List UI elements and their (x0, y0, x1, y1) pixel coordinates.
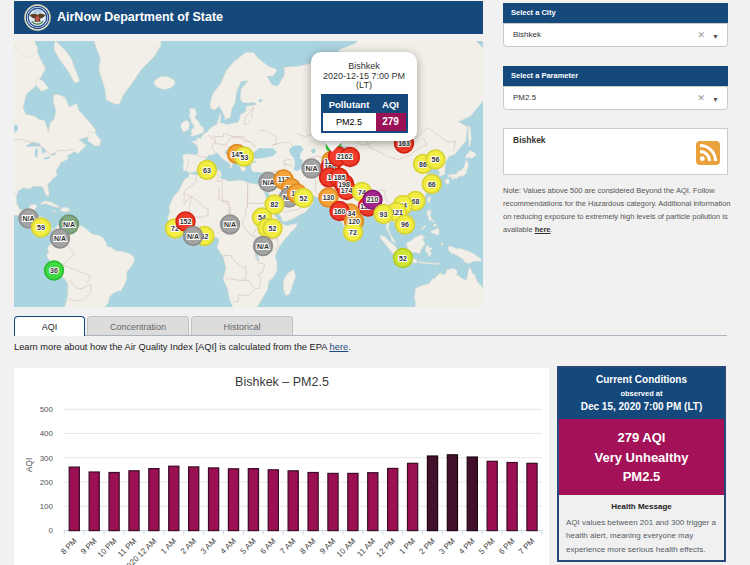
svg-text:N/A: N/A (305, 165, 317, 172)
svg-text:82: 82 (271, 201, 279, 208)
svg-text:8 PM: 8 PM (59, 536, 79, 556)
svg-text:52: 52 (399, 255, 407, 262)
svg-text:8 AM: 8 AM (298, 536, 317, 555)
svg-text:N/A: N/A (63, 221, 75, 228)
svg-text:130: 130 (323, 194, 335, 201)
svg-text:52: 52 (269, 225, 277, 232)
svg-text:152: 152 (180, 218, 192, 225)
svg-text:10 PM: 10 PM (96, 536, 119, 559)
svg-text:3 AM: 3 AM (199, 536, 218, 555)
svg-text:72: 72 (349, 229, 357, 236)
svg-text:11 AM: 11 AM (355, 536, 377, 558)
svg-text:0: 0 (49, 526, 54, 535)
svg-text:36: 36 (50, 267, 58, 274)
svg-text:N/A: N/A (187, 233, 199, 240)
svg-text:Bishkek – PM2.5: Bishkek – PM2.5 (235, 375, 329, 389)
svg-text:100: 100 (40, 502, 54, 511)
svg-text:7 AM: 7 AM (278, 536, 297, 555)
svg-text:6 PM: 6 PM (497, 536, 517, 556)
svg-text:4 PM: 4 PM (457, 536, 477, 556)
svg-text:160: 160 (334, 208, 346, 215)
svg-text:59: 59 (37, 224, 45, 231)
svg-text:163: 163 (398, 140, 410, 147)
svg-text:120: 120 (348, 218, 360, 225)
svg-text:400: 400 (40, 429, 54, 438)
svg-text:6 AM: 6 AM (258, 536, 277, 555)
svg-text:2162: 2162 (337, 153, 353, 160)
svg-text:2 PM: 2 PM (417, 536, 437, 556)
svg-text:300: 300 (40, 454, 54, 463)
svg-text:210: 210 (367, 196, 379, 203)
svg-text:93: 93 (380, 211, 388, 218)
svg-text:AQI: AQI (24, 458, 34, 473)
svg-text:7 PM: 7 PM (517, 536, 537, 556)
svg-text:200: 200 (40, 478, 54, 487)
svg-text:52: 52 (300, 195, 308, 202)
svg-text:N/A: N/A (262, 179, 274, 186)
svg-text:56: 56 (432, 156, 440, 163)
svg-text:1 AM: 1 AM (159, 536, 178, 555)
svg-text:500: 500 (40, 405, 54, 414)
svg-text:53: 53 (241, 154, 249, 161)
svg-text:34: 34 (348, 210, 356, 217)
svg-text:174: 174 (341, 187, 353, 194)
svg-text:3 PM: 3 PM (437, 536, 457, 556)
svg-text:N/A: N/A (224, 221, 236, 228)
svg-text:96: 96 (401, 221, 409, 228)
svg-text:N/A: N/A (22, 215, 34, 222)
svg-text:5 AM: 5 AM (239, 536, 258, 555)
svg-text:63: 63 (203, 167, 211, 174)
svg-text:1: 1 (328, 174, 332, 181)
svg-text:10 AM: 10 AM (335, 536, 358, 559)
svg-text:4 AM: 4 AM (219, 536, 238, 555)
svg-text:5 PM: 5 PM (477, 536, 497, 556)
svg-text:N/A: N/A (54, 235, 66, 242)
svg-text:66: 66 (428, 181, 436, 188)
svg-text:N/A: N/A (257, 243, 269, 250)
svg-text:1 PM: 1 PM (397, 536, 417, 556)
svg-text:2 AM: 2 AM (179, 536, 198, 555)
svg-text:12 PM: 12 PM (374, 536, 397, 559)
